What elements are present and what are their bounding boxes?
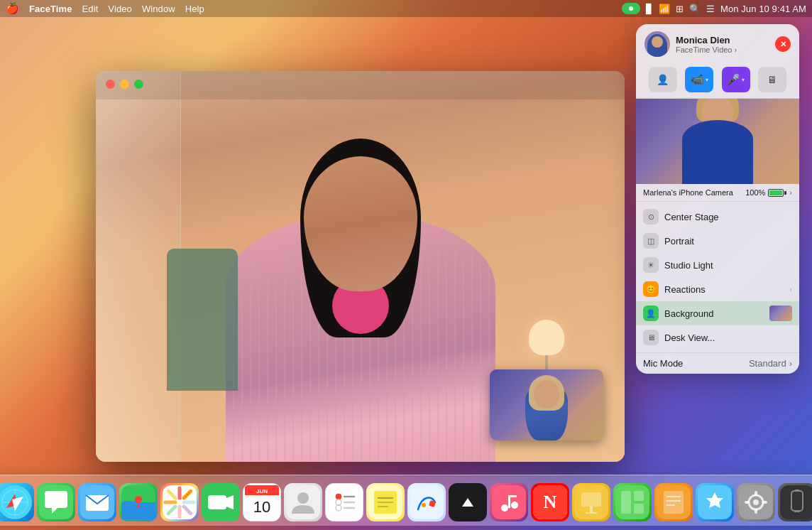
menu-item-studio-light[interactable]: ☀ Studio Light [636,253,799,277]
dock-app-settings[interactable] [737,483,775,521]
menu-item-center-stage[interactable]: ⊙ Center Stage [636,205,799,229]
chair [167,249,238,391]
dock-app-iphone-mirroring[interactable] [778,483,812,521]
dock-app-facetime[interactable] [202,483,240,521]
notification-icon[interactable]: ☰ [706,4,715,14]
panel-controls: 👤 📹 ▾ 🎤 ▾ 🖥 [636,63,799,99]
video-dropdown-arrow: ▾ [706,77,708,83]
dock-app-mail[interactable] [78,483,116,521]
svg-point-49 [422,503,426,507]
dock-app-reminders[interactable] [325,483,363,521]
dock-app-pages[interactable] [654,483,693,521]
menu-window[interactable]: Window [142,4,175,14]
mic-button[interactable]: 🎤 ▾ [722,67,750,92]
dock-app-freeform[interactable] [407,483,446,521]
minimize-window-button[interactable] [120,80,129,89]
close-x-icon: ✕ [780,40,786,48]
call-type: FaceTime Video › [676,45,769,54]
camera-battery: 100% › [745,188,792,197]
dock-app-music[interactable] [490,483,528,521]
desk-view-label: Desk View... [664,332,792,343]
menu-item-desk-view[interactable]: 🖥 Desk View... [636,325,799,350]
video-effects-menu: ⊙ Center Stage ◫ Portrait ☀ Studio Light… [636,202,799,352]
battery-body [768,189,784,197]
reactions-label: Reactions [664,284,784,295]
dock-app-numbers[interactable] [613,483,652,521]
menu-bar-right: ▊ 📶 ⊞ 🔍 ☰ Mon Jun 10 9:41 AM [622,3,806,14]
video-icon: 📹 [691,73,704,86]
dock-app-contacts[interactable] [284,483,322,521]
svg-rect-63 [586,512,597,514]
menu-item-background[interactable]: 👤 Background [636,301,799,325]
mic-mode-current: Standard [749,358,786,369]
svg-point-35 [297,492,309,504]
facetime-background [96,71,625,462]
mic-dropdown-arrow: ▾ [742,77,745,83]
dock-app-photos[interactable] [160,483,199,521]
person-button[interactable]: 👤 [649,67,677,92]
portrait-icon: ◫ [643,233,659,249]
svg-point-37 [336,494,341,499]
background-thumbnail [769,305,792,321]
caller-avatar [644,31,670,57]
video-button[interactable]: 📹 ▾ [685,67,713,92]
dock-app-news[interactable]: N [531,483,569,521]
menu-video[interactable]: Video [108,4,132,14]
traffic-lights [106,80,143,89]
studio-light-label: Studio Light [664,260,792,271]
dock-app-messages[interactable] [37,483,75,521]
svg-rect-61 [581,492,601,507]
camera-info-bar[interactable]: Marlena's iPhone Camera 100% › [636,184,799,202]
dock-app-notes[interactable] [366,483,405,521]
person-icon: 👤 [657,74,669,85]
dock-app-appstore[interactable] [696,483,734,521]
reactions-chevron-icon: › [789,285,792,293]
svg-rect-28 [208,495,226,509]
control-center-icon[interactable]: ⊞ [676,4,684,14]
svg-text:10: 10 [253,498,270,516]
dock-app-calendar[interactable]: JUN 10 [243,483,281,521]
pip-head [534,380,559,409]
pip-person-area [490,369,603,440]
dock-app-appletv[interactable] [449,483,487,521]
menu-item-reactions[interactable]: 😊 Reactions › [636,277,799,301]
svg-rect-64 [615,485,649,519]
portrait-label: Portrait [664,236,792,247]
search-icon[interactable]: 🔍 [689,4,701,14]
dock-app-keynote[interactable] [572,483,610,521]
center-stage-icon: ⊙ [643,209,659,225]
pip-video[interactable] [490,369,603,440]
close-panel-button[interactable]: ✕ [775,36,791,52]
clock: Mon Jun 10 9:41 AM [720,4,806,14]
menu-help[interactable]: Help [185,4,204,14]
preview-body [682,120,753,184]
svg-rect-79 [745,501,750,504]
mic-mode-value: Standard › [749,358,792,369]
apple-logo-icon[interactable]: 🍎 [6,2,19,15]
menu-item-portrait[interactable]: ◫ Portrait [636,229,799,253]
svg-rect-83 [794,511,800,512]
menu-bar-left: 🍎 FaceTime Edit Video Window Help [6,2,204,15]
window-titlebar [96,71,625,99]
caller-name: Monica Dien [676,35,769,45]
dock-app-safari[interactable] [0,483,34,521]
maximize-window-button[interactable] [134,80,143,89]
dock-app-maps[interactable] [119,483,158,521]
battery-percent: 100% [745,188,765,197]
svg-rect-84 [795,490,799,491]
dock: JUN 10 [0,475,812,526]
share-icon: 🖥 [767,74,777,85]
menu-edit[interactable]: Edit [82,4,99,14]
person-head [304,156,417,291]
svg-rect-78 [755,509,757,514]
call-panel: Monica Dien FaceTime Video › ✕ 👤 📹 ▾ 🎤 ▾… [636,24,799,374]
svg-rect-67 [634,504,644,514]
wifi-icon: 📶 [659,4,670,14]
share-screen-button[interactable]: 🖥 [758,67,786,92]
reactions-right: › [789,285,792,293]
close-window-button[interactable] [106,80,115,89]
app-name[interactable]: FaceTime [29,4,72,14]
mic-mode-bar[interactable]: Mic Mode Standard › [636,352,799,374]
background-label: Background [664,308,764,319]
svg-rect-65 [621,491,631,514]
